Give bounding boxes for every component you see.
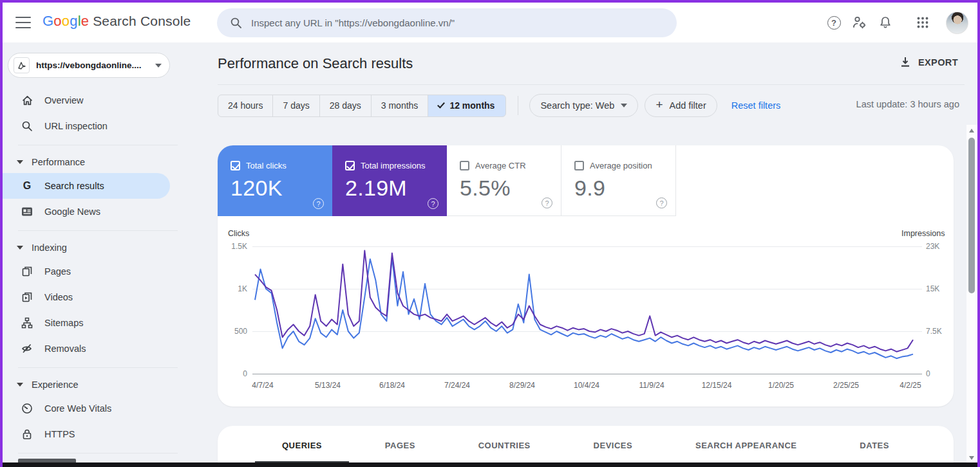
scroll-up-icon[interactable] [969, 129, 974, 133]
sidebar-item-label: Overview [44, 95, 83, 105]
google-g-icon: G [21, 180, 33, 192]
sidebar-section-experience[interactable]: Experience [3, 374, 193, 396]
scrollbar-thumb[interactable] [968, 138, 975, 293]
property-url: https://vebongdaonline.... [36, 60, 155, 70]
main-content: Performance on Search results EXPORT 24 … [193, 42, 977, 462]
sidebar-item-url-inspection[interactable]: URL inspection [3, 113, 193, 139]
range-3-months[interactable]: 3 months [371, 95, 429, 117]
vertical-scrollbar[interactable] [966, 125, 977, 462]
divider [18, 367, 178, 368]
pages-icon [21, 266, 33, 277]
sidebar-item-core-web-vitals[interactable]: Core Web Vitals [3, 396, 193, 421]
url-inspect-search[interactable] [217, 8, 677, 37]
collapse-icon [17, 160, 23, 164]
add-filter-button[interactable]: + Add filter [645, 94, 717, 117]
section-label: Experience [32, 380, 79, 390]
performance-chart[interactable]: Clicks Impressions 1.5K 1K 500 0 23K 15K… [218, 228, 954, 395]
reset-filters-link[interactable]: Reset filters [731, 100, 781, 111]
tab-devices[interactable]: DEVICES [567, 426, 660, 464]
tab-pages[interactable]: PAGES [358, 426, 442, 464]
help-icon[interactable]: ? [313, 198, 324, 209]
x-tick: 8/29/24 [509, 381, 535, 390]
gauge-icon [21, 403, 33, 414]
sidebar-item-https[interactable]: HTTPS [3, 421, 193, 447]
series-total-clicks [255, 257, 913, 358]
metric-value: 120K [231, 176, 332, 201]
scroll-down-icon[interactable] [969, 456, 974, 460]
checkbox-checked-icon[interactable] [231, 161, 240, 170]
sidebar-item-label: Core Web Vitals [44, 403, 111, 414]
tab-dates[interactable]: DATES [833, 426, 916, 464]
search-icon [230, 17, 242, 29]
sidebar-item-overview[interactable]: Overview [3, 87, 193, 113]
sitemaps-icon [21, 317, 33, 329]
x-tick: 6/18/24 [379, 381, 405, 390]
details-table-card: QUERIES PAGES COUNTRIES DEVICES SEARCH A… [218, 426, 954, 467]
property-selector[interactable]: https://vebongdaonline.... [8, 53, 170, 78]
details-tabs: QUERIES PAGES COUNTRIES DEVICES SEARCH A… [218, 426, 954, 464]
avatar[interactable] [946, 12, 968, 34]
sidebar-item-pages[interactable]: Pages [3, 259, 193, 284]
y-tick: 23K [926, 242, 939, 251]
help-button[interactable]: ? [821, 10, 847, 35]
sidebar-item-google-news[interactable]: Google News [3, 199, 193, 224]
range-28-days[interactable]: 28 days [319, 95, 372, 117]
x-axis-line [252, 374, 922, 374]
chevron-down-icon [621, 104, 627, 107]
divider [18, 145, 178, 145]
x-tick: 10/4/24 [574, 381, 599, 390]
range-7-days[interactable]: 7 days [272, 95, 319, 117]
home-icon [21, 95, 33, 106]
export-label: EXPORT [918, 57, 958, 68]
menu-icon[interactable] [15, 17, 31, 28]
metric-total-clicks[interactable]: Total clicks 120K ? [218, 145, 332, 216]
search-input[interactable] [251, 17, 637, 28]
metric-average-ctr[interactable]: Average CTR 5.5% ? [447, 145, 561, 216]
page-title: Performance on Search results [218, 55, 413, 72]
help-icon[interactable]: ? [656, 197, 667, 208]
y-tick: 1.5K [221, 242, 247, 251]
sidebar-item-search-results[interactable]: G Search results [3, 173, 170, 199]
export-button[interactable]: EXPORT [900, 57, 958, 68]
last-update: Last update: 3 hours ago [856, 99, 959, 109]
collapse-icon [17, 383, 23, 387]
sidebar-section-indexing[interactable]: Indexing [3, 237, 193, 259]
range-12-months[interactable]: 12 months [428, 95, 506, 117]
y-tick: 7.5K [926, 327, 942, 336]
user-settings-button[interactable] [847, 10, 872, 35]
tab-countries[interactable]: COUNTRIES [451, 426, 558, 464]
checkbox-unchecked-icon[interactable] [574, 161, 584, 170]
notifications-button[interactable] [872, 10, 898, 35]
x-tick: 4/7/24 [252, 381, 273, 390]
app-logo[interactable]: Google Search Console [42, 13, 191, 30]
google-news-icon [21, 206, 33, 217]
divider [18, 230, 178, 231]
sidebar-item-label: Search results [44, 181, 104, 191]
divider [18, 453, 178, 453]
search-type-filter[interactable]: Search type: Web [529, 94, 638, 117]
bell-icon [878, 15, 892, 30]
tab-queries[interactable]: QUERIES [255, 426, 349, 464]
range-24-hours[interactable]: 24 hours [218, 95, 273, 117]
section-label: Performance [32, 157, 85, 167]
sidebar-section-performance[interactable]: Performance [3, 151, 193, 173]
sidebar-item-sitemaps[interactable]: Sitemaps [3, 310, 193, 336]
help-icon[interactable]: ? [542, 197, 552, 208]
tab-search-appearance[interactable]: SEARCH APPEARANCE [668, 426, 824, 464]
help-icon[interactable]: ? [428, 198, 438, 209]
apps-grid-button[interactable] [910, 10, 936, 35]
checkbox-unchecked-icon[interactable] [460, 161, 469, 170]
collapse-icon [17, 246, 23, 250]
metric-average-position[interactable]: Average position 9.9 ? [561, 145, 676, 216]
download-icon [900, 57, 910, 68]
checkbox-checked-icon[interactable] [345, 161, 355, 170]
date-range-segmented: 24 hours 7 days 28 days 3 months 12 mont… [218, 95, 506, 117]
metric-total-impressions[interactable]: Total impressions 2.19M ? [332, 145, 447, 216]
sidebar-item-videos[interactable]: Videos [3, 284, 193, 310]
sidebar-item-label: Videos [44, 292, 73, 302]
eye-off-icon [21, 343, 33, 354]
sidebar-item-removals[interactable]: Removals [3, 336, 193, 362]
x-tick: 11/9/24 [639, 381, 664, 390]
lock-icon [21, 428, 33, 440]
x-tick: 2/25/25 [833, 381, 859, 390]
